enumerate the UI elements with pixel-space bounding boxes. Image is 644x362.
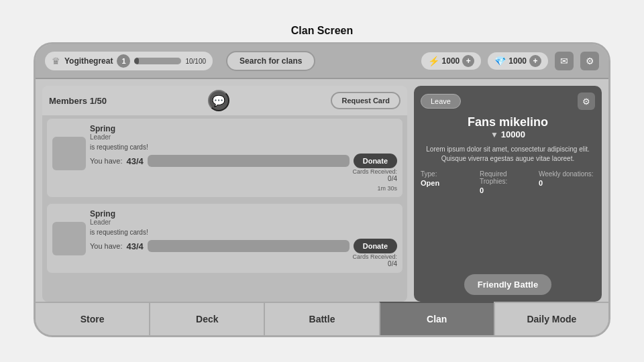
list-item: Spring Leader is requesting cards! You h… <box>46 118 403 198</box>
avatar <box>52 137 86 170</box>
member-name: Spring <box>90 124 397 133</box>
clan-description: Lorem ipsum dolor sit amet, consectetur … <box>421 145 595 164</box>
clan-settings-button[interactable]: ⚙ <box>578 93 595 110</box>
cards-received-label: Cards Received: <box>90 253 397 260</box>
member-top: Spring Leader is requesting cards! You h… <box>52 124 397 182</box>
weekly-value: 0 <box>539 179 595 187</box>
gems-value: 1000 <box>508 56 527 66</box>
level-badge: 1 <box>117 54 130 68</box>
xp-bar-fill <box>134 58 139 64</box>
gems-icon: 💎 <box>494 56 506 66</box>
player-name: Yogithegreat <box>64 56 113 66</box>
type-label: Type: <box>421 170 477 178</box>
top-bar: ♛ Yogithegreat 1 10/100 Search for clans… <box>36 44 608 79</box>
clan-trophies: 10000 <box>501 129 525 139</box>
card-count: 43/4 <box>127 156 144 166</box>
gems-plus-button[interactable]: + <box>529 55 541 67</box>
cards-progress: 0/4 <box>90 175 397 182</box>
member-card-row: You have: 43/4 Donate <box>90 154 397 168</box>
members-label: Members 1/50 <box>49 96 107 106</box>
clan-name: Fans mikelino <box>421 115 595 129</box>
mail-button[interactable]: ✉ <box>555 52 574 70</box>
member-details: Spring Leader is requesting cards! You h… <box>90 209 397 267</box>
member-role: Leader <box>90 219 397 226</box>
gold-icon: ⚡ <box>428 56 439 66</box>
clan-info-panel: Leave ⚙ Fans mikelino ▼ 10000 Lorem ipsu… <box>414 86 602 302</box>
have-label: You have: <box>90 242 123 250</box>
member-top: Spring Leader is requesting cards! You h… <box>52 209 397 267</box>
card-count: 43/4 <box>127 241 144 251</box>
clan-trophy-row: ▼ 10000 <box>421 129 595 139</box>
main-content: Members 1/50 💬 Request Card Spring Leade… <box>36 79 608 302</box>
requesting-text: is requesting cards! <box>90 229 397 236</box>
chat-button[interactable]: 💬 <box>208 90 229 111</box>
donate-button[interactable]: Donate <box>354 154 397 168</box>
required-value: 0 <box>480 186 536 194</box>
request-card-button[interactable]: Request Card <box>331 92 400 109</box>
member-role: Leader <box>90 133 397 141</box>
bottom-nav: Store Deck Battle Clan Daily Mode <box>36 302 608 335</box>
progress-bar <box>148 155 350 167</box>
donate-button[interactable]: Donate <box>354 239 397 253</box>
nav-item-clan[interactable]: Clan <box>379 302 494 335</box>
left-header: Members 1/50 💬 Request Card <box>42 86 407 115</box>
xp-label: 10/100 <box>185 58 206 65</box>
requesting-text: is requesting cards! <box>90 143 397 151</box>
gems-resource: 💎 1000 + <box>488 52 548 70</box>
nav-item-daily-mode[interactable]: Daily Mode <box>494 302 608 335</box>
type-stat: Type: Open <box>421 170 477 194</box>
progress-bar <box>148 240 350 252</box>
weekly-label: Weekly donations: <box>539 170 595 178</box>
search-clans-button[interactable]: Search for clans <box>226 51 315 71</box>
member-card-row: You have: 43/4 Donate <box>90 239 397 253</box>
member-details: Spring Leader is requesting cards! You h… <box>90 124 397 182</box>
nav-item-deck[interactable]: Deck <box>149 302 264 335</box>
required-label: Required Trophies: <box>480 170 536 185</box>
left-panel: Members 1/50 💬 Request Card Spring Leade… <box>42 86 407 302</box>
gold-value: 1000 <box>442 56 460 66</box>
timer-label: 1m 30s <box>52 185 397 192</box>
weekly-stat: Weekly donations: 0 <box>539 170 595 194</box>
nav-item-battle[interactable]: Battle <box>264 302 378 335</box>
type-value: Open <box>421 179 477 187</box>
avatar <box>52 222 86 255</box>
friendly-battle-button[interactable]: Friendly Battle <box>464 274 551 295</box>
list-item: Spring Leader is requesting cards! You h… <box>46 203 403 274</box>
gold-resource: ⚡ 1000 + <box>421 52 482 70</box>
game-container: ♛ Yogithegreat 1 10/100 Search for clans… <box>34 42 610 337</box>
cards-received-label: Cards Received: <box>90 168 397 175</box>
member-name: Spring <box>90 209 397 219</box>
nav-item-store[interactable]: Store <box>36 302 149 335</box>
page-title: Clan Screen <box>291 25 353 37</box>
trophy-icon: ▼ <box>490 130 498 139</box>
player-info: ♛ Yogithegreat 1 10/100 <box>45 52 213 70</box>
gold-plus-button[interactable]: + <box>462 55 474 67</box>
settings-top-button[interactable]: ⚙ <box>580 52 599 70</box>
have-label: You have: <box>90 157 123 165</box>
cards-progress: 0/4 <box>90 260 397 267</box>
clan-stats: Type: Open Required Trophies: 0 Weekly d… <box>421 170 595 194</box>
xp-bar <box>134 58 181 64</box>
leave-button[interactable]: Leave <box>421 94 461 109</box>
members-list: Spring Leader is requesting cards! You h… <box>42 115 407 302</box>
crown-icon: ♛ <box>52 56 60 66</box>
required-stat: Required Trophies: 0 <box>480 170 536 194</box>
clan-panel-header: Leave ⚙ <box>421 93 595 110</box>
